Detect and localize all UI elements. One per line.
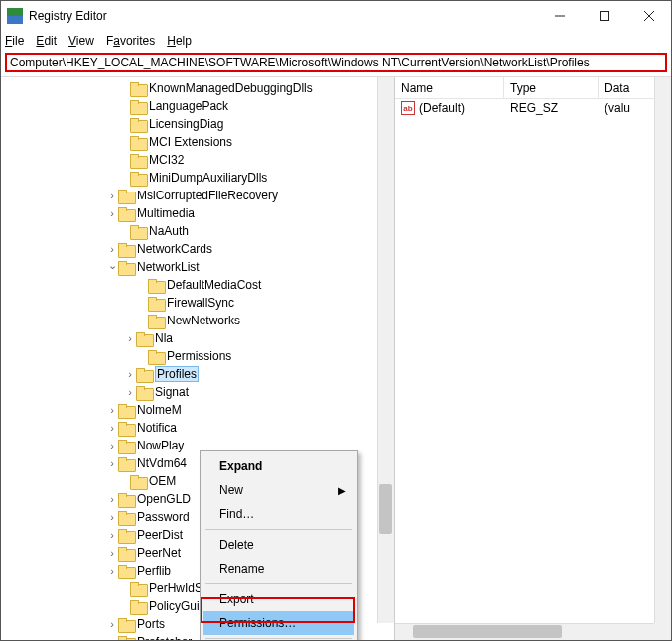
ctx-new[interactable]: New▶: [203, 478, 354, 502]
tree-item[interactable]: MCI32: [1, 151, 394, 169]
expand-icon[interactable]: ›: [106, 547, 118, 559]
tree-item[interactable]: DefaultMediaCost: [1, 276, 394, 294]
expand-icon[interactable]: ›: [106, 190, 118, 201]
tree-item[interactable]: Permissions: [1, 347, 394, 365]
tree-item[interactable]: MiniDumpAuxiliaryDlls: [1, 169, 394, 187]
tree-item[interactable]: ›Nla: [1, 329, 394, 347]
folder-icon: [130, 118, 146, 131]
values-vertical-scrollbar[interactable]: [654, 77, 671, 623]
tree-item-label: Ports: [137, 617, 165, 631]
tree-item[interactable]: NaAuth: [1, 222, 394, 240]
folder-icon: [118, 565, 134, 577]
ctx-export[interactable]: Export: [203, 587, 354, 611]
window-title: Registry Editor: [29, 9, 537, 23]
ctx-find[interactable]: Find…: [203, 502, 354, 526]
tree-item[interactable]: NewNetworks: [1, 312, 394, 329]
tree-vertical-scrollbar[interactable]: [377, 77, 394, 623]
tree-item-label: Permissions: [167, 349, 231, 363]
svg-rect-1: [600, 12, 608, 21]
value-row[interactable]: (Default) REG_SZ (valu: [395, 99, 671, 117]
ctx-rename[interactable]: Rename: [203, 557, 354, 580]
menu-help[interactable]: Help: [167, 34, 192, 48]
expand-icon[interactable]: ›: [106, 243, 118, 255]
folder-icon: [130, 100, 146, 113]
close-button[interactable]: [626, 1, 671, 31]
folder-icon: [118, 493, 134, 506]
tree-item-label: LanguagePack: [149, 99, 228, 113]
expand-icon[interactable]: ›: [106, 493, 118, 505]
tree-item[interactable]: ›MsiCorruptedFileRecovery: [1, 187, 394, 204]
folder-icon: [118, 243, 134, 256]
col-name[interactable]: Name: [395, 77, 504, 98]
ctx-expand[interactable]: Expand: [203, 454, 354, 478]
address-bar[interactable]: Computer\HKEY_LOCAL_MACHINE\SOFTWARE\Mic…: [5, 53, 667, 72]
col-type[interactable]: Type: [504, 77, 599, 98]
expand-icon[interactable]: ›: [106, 422, 118, 434]
folder-icon: [148, 315, 164, 327]
tree-item[interactable]: ›Signat: [1, 383, 394, 401]
regedit-icon: [7, 8, 23, 24]
tree-item-label: Multimedia: [137, 206, 195, 220]
expand-icon[interactable]: ›: [124, 332, 136, 344]
expand-icon[interactable]: ›: [106, 457, 118, 469]
menu-view[interactable]: View: [68, 34, 94, 48]
ctx-separator: [205, 583, 352, 584]
menu-edit[interactable]: Edit: [36, 34, 57, 48]
folder-icon: [130, 582, 146, 595]
tree-item-label: PolicyGuid: [149, 599, 205, 613]
values-horizontal-scrollbar[interactable]: [395, 623, 671, 640]
expand-icon[interactable]: ›: [106, 636, 118, 640]
window-controls: [537, 1, 671, 31]
expand-icon[interactable]: ›: [106, 207, 118, 219]
tree-item[interactable]: LanguagePack: [1, 97, 394, 115]
values-pane[interactable]: Name Type Data (Default) REG_SZ (valu: [395, 77, 671, 640]
tree-item[interactable]: ›Profiles: [1, 365, 394, 383]
tree-item[interactable]: ›Multimedia: [1, 204, 394, 222]
expand-icon[interactable]: ›: [106, 529, 118, 541]
expand-icon[interactable]: ⌄: [106, 259, 118, 272]
folder-icon: [130, 136, 146, 149]
expand-icon[interactable]: ›: [124, 386, 136, 398]
tree-item-label: MCI Extensions: [149, 135, 232, 149]
menubar: File Edit View Favorites Help: [1, 31, 671, 51]
ctx-permissions[interactable]: Permissions…: [203, 611, 354, 635]
expand-icon[interactable]: ›: [106, 440, 118, 451]
expand-icon[interactable]: ›: [124, 368, 136, 380]
tree-item-label: NowPlay: [137, 439, 184, 452]
folder-icon: [130, 225, 146, 238]
tree-item[interactable]: ›NolmeM: [1, 401, 394, 419]
maximize-button[interactable]: [582, 1, 626, 31]
folder-icon: [136, 386, 152, 399]
folder-icon: [130, 82, 146, 95]
tree-item-label: PeerNet: [137, 546, 181, 560]
expand-icon[interactable]: ›: [106, 404, 118, 416]
tree-item[interactable]: KnownManagedDebuggingDlls: [1, 79, 394, 97]
menu-file[interactable]: File: [5, 34, 24, 48]
titlebar[interactable]: Registry Editor: [1, 1, 671, 31]
minimize-button[interactable]: [537, 1, 582, 31]
expand-icon[interactable]: ›: [106, 618, 118, 630]
value-data-cell: (valu: [599, 101, 636, 115]
ctx-delete[interactable]: Delete: [203, 533, 354, 557]
folder-icon: [118, 529, 134, 542]
tree-item-label: NaAuth: [149, 224, 189, 238]
tree-item[interactable]: ›NetworkCards: [1, 240, 394, 258]
ctx-separator: [205, 638, 352, 639]
tree-item[interactable]: LicensingDiag: [1, 115, 394, 133]
tree-item[interactable]: ⌄NetworkList: [1, 258, 394, 276]
tree-item-label: FirewallSync: [167, 296, 234, 310]
ctx-separator: [205, 529, 352, 530]
tree-item-label: Perflib: [137, 564, 171, 577]
folder-icon: [118, 207, 134, 220]
tree-item-label: Nla: [155, 331, 173, 345]
expand-icon[interactable]: ›: [106, 565, 118, 577]
tree-item-label: NolmeM: [137, 403, 182, 417]
value-type-cell: REG_SZ: [504, 101, 599, 115]
expand-icon[interactable]: ›: [106, 511, 118, 523]
menu-favorites[interactable]: Favorites: [106, 34, 155, 48]
folder-icon: [118, 422, 134, 435]
tree-item[interactable]: MCI Extensions: [1, 133, 394, 151]
tree-item[interactable]: FirewallSync: [1, 294, 394, 312]
tree-item[interactable]: ›Notifica: [1, 419, 394, 437]
folder-icon: [118, 404, 134, 417]
